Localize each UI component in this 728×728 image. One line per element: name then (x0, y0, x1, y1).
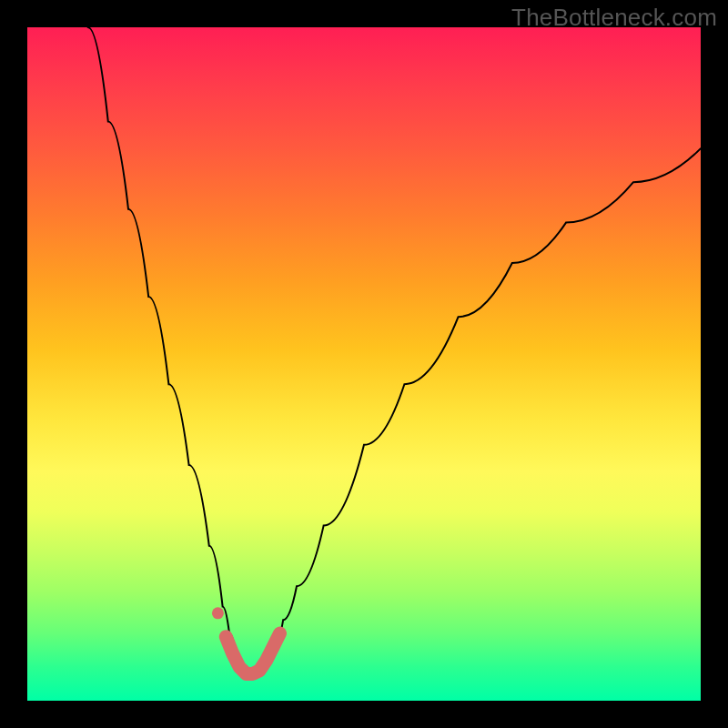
highlight-stroke (226, 633, 279, 673)
watermark-label: TheBottleneck.com (511, 4, 717, 32)
plot-area (27, 27, 701, 701)
bottleneck-curve (88, 27, 701, 677)
curve-layer (27, 27, 701, 701)
highlight-points (226, 633, 279, 673)
highlight-lead-dot (212, 607, 224, 619)
chart-frame: TheBottleneck.com (0, 0, 728, 728)
